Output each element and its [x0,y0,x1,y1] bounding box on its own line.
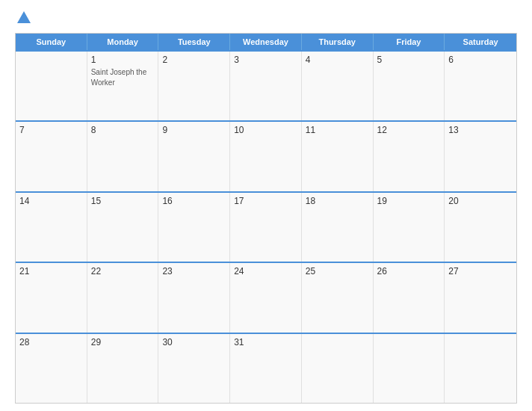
day-cell: 11 [302,122,374,191]
holiday-text: Saint Joseph the Worker [91,68,147,87]
day-number: 27 [448,266,513,276]
week-row-5: 28293031 [16,333,516,403]
day-number: 18 [306,196,369,206]
day-number: 10 [234,125,297,135]
day-number: 12 [377,125,441,135]
day-cell: 30 [158,334,230,403]
day-number: 29 [91,337,155,347]
week-row-2: 78910111213 [16,120,516,191]
calendar-body: 1Saint Joseph the Worker2345678910111213… [16,50,516,403]
day-cell: 22 [87,263,159,332]
week-row-4: 21222324252627 [16,262,516,332]
day-number: 5 [377,55,441,65]
day-cell: 8 [87,122,159,191]
day-cell: 20 [445,193,516,262]
day-number: 28 [19,337,83,347]
day-cell: 26 [374,263,445,332]
day-cell: 23 [158,263,230,332]
day-cell: 24 [230,263,302,332]
day-number: 13 [448,125,513,135]
day-number: 17 [234,196,297,206]
day-cell: 5 [374,52,445,120]
day-number: 30 [162,337,226,347]
page: SundayMondayTuesdayWednesdayThursdayFrid… [0,0,532,411]
day-cell: 18 [302,193,374,262]
day-cell [302,334,374,403]
day-header-saturday: Saturday [445,34,516,50]
day-number: 4 [306,55,369,65]
day-cell: 21 [16,263,87,332]
day-cell [445,334,516,403]
day-cell: 4 [302,52,374,120]
day-cell: 25 [302,263,374,332]
day-cell: 7 [16,122,87,191]
day-cell: 10 [230,122,302,191]
day-cell: 17 [230,193,302,262]
day-header-wednesday: Wednesday [230,34,302,50]
day-number: 3 [234,55,297,65]
day-cell: 29 [87,334,159,403]
day-number: 8 [91,125,155,135]
day-number: 25 [306,266,369,276]
day-number: 20 [448,196,513,206]
day-number: 31 [234,337,297,347]
day-number: 7 [19,125,83,135]
day-number: 14 [19,196,83,206]
day-number: 11 [306,125,369,135]
day-number: 15 [91,196,155,206]
day-cell: 28 [16,334,87,403]
day-cell: 3 [230,52,302,120]
logo [15,13,31,25]
day-cell: 19 [374,193,445,262]
day-cell: 15 [87,193,159,262]
day-number: 24 [234,266,297,276]
day-header-tuesday: Tuesday [158,34,230,50]
day-number: 22 [91,266,155,276]
day-cell: 1Saint Joseph the Worker [87,52,159,120]
day-cell: 14 [16,193,87,262]
day-cell [374,334,445,403]
week-row-3: 14151617181920 [16,191,516,262]
day-cell: 9 [158,122,230,191]
day-header-sunday: Sunday [16,34,87,50]
days-header: SundayMondayTuesdayWednesdayThursdayFrid… [16,34,516,50]
day-number: 16 [162,196,226,206]
day-number: 9 [162,125,226,135]
day-cell: 6 [445,52,516,120]
day-number: 1 [91,55,155,65]
calendar: SundayMondayTuesdayWednesdayThursdayFrid… [15,33,517,404]
day-number: 2 [162,55,226,65]
week-row-1: 1Saint Joseph the Worker23456 [16,50,516,120]
day-cell: 13 [445,122,516,191]
logo-triangle-icon [17,11,31,23]
day-cell [16,52,87,120]
day-number: 23 [162,266,226,276]
day-number: 26 [377,266,441,276]
day-cell: 16 [158,193,230,262]
day-number: 6 [448,55,513,65]
day-number: 19 [377,196,441,206]
day-header-friday: Friday [374,34,445,50]
day-header-thursday: Thursday [302,34,374,50]
day-cell: 27 [445,263,516,332]
day-number: 21 [19,266,83,276]
day-header-monday: Monday [87,34,159,50]
day-cell: 12 [374,122,445,191]
day-cell: 31 [230,334,302,403]
day-cell: 2 [158,52,230,120]
header [15,13,517,25]
